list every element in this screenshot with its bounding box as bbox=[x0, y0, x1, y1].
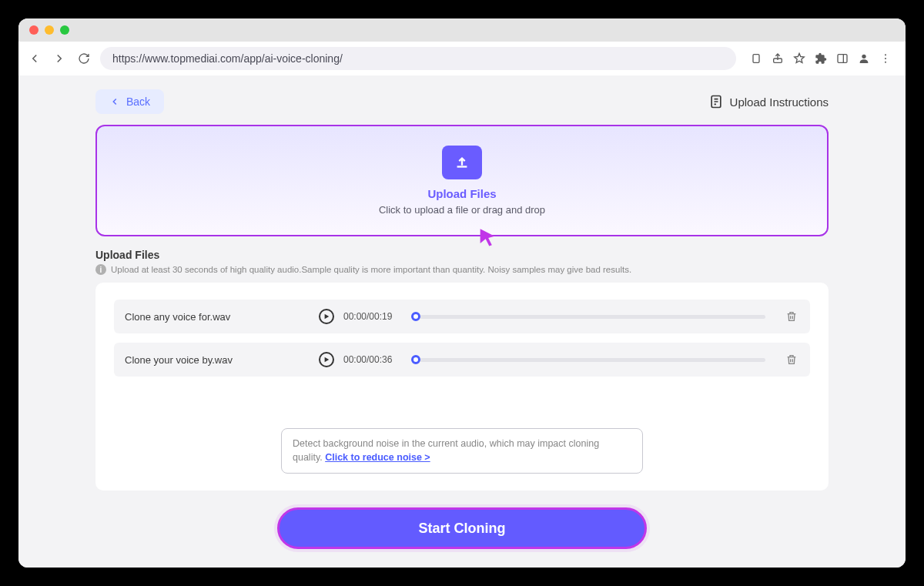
progress-slider[interactable] bbox=[411, 312, 765, 321]
page-topbar: Back Upload Instructions bbox=[95, 89, 829, 114]
sidepanel-icon[interactable] bbox=[836, 52, 849, 65]
section-heading: Upload Files bbox=[95, 249, 829, 261]
window-titlebar bbox=[18, 18, 906, 42]
svg-point-5 bbox=[885, 58, 886, 59]
tab-icon[interactable] bbox=[750, 52, 762, 65]
trash-icon bbox=[785, 310, 798, 323]
extensions-icon[interactable] bbox=[815, 52, 827, 65]
play-button[interactable] bbox=[319, 352, 334, 367]
progress-slider[interactable] bbox=[411, 355, 765, 364]
start-cloning-button[interactable]: Start Cloning bbox=[277, 507, 647, 549]
svg-rect-0 bbox=[753, 55, 759, 63]
reduce-noise-link[interactable]: Click to reduce noise > bbox=[325, 452, 430, 463]
slider-knob-icon bbox=[411, 312, 420, 321]
delete-button[interactable] bbox=[784, 309, 799, 324]
svg-point-4 bbox=[885, 54, 886, 55]
back-button[interactable]: Back bbox=[95, 89, 164, 114]
start-button-wrap: Start Cloning bbox=[95, 507, 829, 549]
time-label: 00:00/00:36 bbox=[343, 354, 402, 365]
delete-button[interactable] bbox=[784, 352, 799, 367]
menu-icon[interactable] bbox=[879, 52, 892, 65]
cursor-icon bbox=[477, 227, 498, 249]
upload-title: Upload Files bbox=[427, 187, 496, 200]
document-icon bbox=[708, 94, 724, 109]
upload-instructions-link[interactable]: Upload Instructions bbox=[708, 94, 829, 109]
info-icon: i bbox=[95, 264, 106, 275]
file-list-panel: Clone any voice for.wav 00:00/00:19 Clon… bbox=[95, 283, 829, 491]
upload-dropzone[interactable]: Upload Files Click to upload a file or d… bbox=[95, 125, 829, 236]
start-label: Start Cloning bbox=[419, 521, 506, 537]
file-name: Clone your voice by.wav bbox=[125, 354, 310, 366]
page-content: Back Upload Instructions Upload Files Cl… bbox=[18, 75, 906, 568]
browser-window: https://www.topmediai.com/app/ai-voice-c… bbox=[18, 18, 906, 568]
instructions-label: Upload Instructions bbox=[730, 95, 829, 109]
section-help-text: Upload at least 30 seconds of high quali… bbox=[111, 265, 631, 274]
file-row: Clone your voice by.wav 00:00/00:36 bbox=[114, 343, 810, 377]
trash-icon bbox=[785, 353, 798, 366]
upload-subtext: Click to upload a file or drag and drop bbox=[379, 204, 545, 216]
svg-point-3 bbox=[862, 55, 865, 59]
star-icon[interactable] bbox=[793, 52, 805, 65]
svg-rect-2 bbox=[838, 55, 847, 63]
close-window-icon[interactable] bbox=[29, 25, 38, 35]
time-label: 00:00/00:19 bbox=[343, 311, 402, 322]
back-label: Back bbox=[126, 95, 150, 108]
slider-knob-icon bbox=[411, 355, 420, 364]
file-row: Clone any voice for.wav 00:00/00:19 bbox=[114, 300, 810, 333]
play-button[interactable] bbox=[319, 309, 334, 324]
upload-icon bbox=[442, 146, 482, 179]
slider-track bbox=[420, 358, 765, 362]
browser-forward-button[interactable] bbox=[51, 50, 68, 67]
slider-track bbox=[420, 315, 765, 319]
browser-toolbar-right bbox=[744, 52, 898, 65]
browser-reload-button[interactable] bbox=[75, 50, 92, 67]
section-help: i Upload at least 30 seconds of high qua… bbox=[95, 264, 829, 275]
browser-toolbar: https://www.topmediai.com/app/ai-voice-c… bbox=[18, 42, 906, 75]
share-icon[interactable] bbox=[772, 52, 784, 65]
svg-point-6 bbox=[885, 62, 886, 63]
maximize-window-icon[interactable] bbox=[60, 25, 69, 35]
browser-back-button[interactable] bbox=[26, 50, 43, 67]
file-name: Clone any voice for.wav bbox=[125, 311, 310, 323]
url-bar[interactable]: https://www.topmediai.com/app/ai-voice-c… bbox=[100, 47, 736, 70]
minimize-window-icon[interactable] bbox=[45, 25, 54, 35]
url-text: https://www.topmediai.com/app/ai-voice-c… bbox=[112, 52, 343, 65]
noise-warning-box: Detect background noise in the current a… bbox=[281, 428, 643, 474]
profile-icon[interactable] bbox=[858, 52, 870, 65]
